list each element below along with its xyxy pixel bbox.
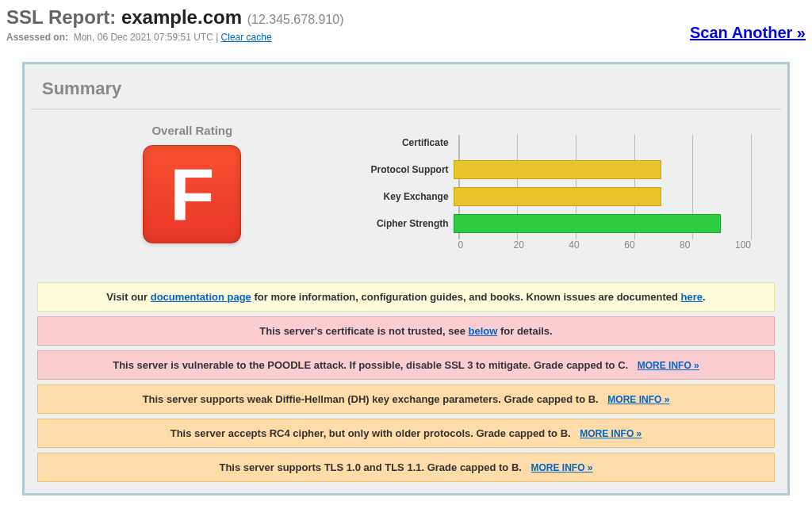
axis-tick: 40 — [569, 239, 624, 251]
banner-documentation: Visit our documentation page for more in… — [37, 282, 775, 312]
banner-dh: This server supports weak Diffie-Hellman… — [37, 385, 775, 414]
chart-row-protocol: Protocol Support — [347, 159, 775, 180]
chart-label: Key Exchange — [347, 191, 454, 202]
chart-bar — [454, 214, 722, 233]
more-info-link[interactable]: MORE INFO » — [638, 360, 699, 371]
more-info-link[interactable]: MORE INFO » — [531, 462, 593, 473]
assessed-label: Assessed on: — [6, 32, 68, 43]
chart-row-cipher: Cipher Strength — [347, 212, 775, 234]
clear-cache-link[interactable]: Clear cache — [221, 32, 272, 43]
summary-heading: Summary — [31, 71, 781, 109]
documentation-link[interactable]: documentation page — [151, 291, 251, 303]
report-domain: example.com — [121, 6, 242, 28]
summary-panel: Summary Overall Rating F — [22, 62, 790, 495]
assessed-line: Assessed on: Mon, 06 Dec 2021 07:59:51 U… — [6, 32, 344, 43]
report-ip: (12.345.678.910) — [247, 13, 344, 26]
axis-tick: 80 — [680, 239, 735, 251]
axis-tick: 20 — [513, 239, 569, 251]
more-info-link[interactable]: MORE INFO » — [607, 394, 669, 405]
title-prefix: SSL Report: — [6, 6, 121, 28]
more-info-link[interactable]: MORE INFO » — [580, 428, 642, 439]
banner-cert-not-trusted: This server's certificate is not trusted… — [37, 316, 775, 346]
chart-label: Protocol Support — [347, 164, 454, 175]
chart-label: Certificate — [347, 137, 454, 148]
assessed-timestamp: Mon, 06 Dec 2021 07:59:51 UTC — [74, 32, 213, 43]
chart-bar — [454, 187, 662, 206]
grade-letter: F — [170, 153, 214, 236]
grade-badge: F — [143, 145, 241, 243]
scan-another-link[interactable]: Scan Another » — [690, 24, 806, 42]
chart-x-axis: 0 20 40 60 80 100 — [458, 239, 751, 251]
banner-tls: This server supports TLS 1.0 and TLS 1.1… — [37, 453, 775, 482]
chart-row-keyexchange: Key Exchange — [347, 186, 775, 207]
axis-tick: 100 — [735, 239, 751, 251]
banner-poodle: This server is vulnerable to the POODLE … — [37, 350, 775, 380]
chart-row-certificate: Certificate — [347, 132, 775, 153]
axis-tick: 0 — [458, 239, 514, 251]
known-issues-link[interactable]: here — [681, 291, 703, 303]
page-title: SSL Report: example.com (12.345.678.910) — [6, 6, 344, 29]
overall-rating-label: Overall Rating — [37, 124, 347, 137]
axis-tick: 60 — [624, 239, 680, 251]
chart-label: Cipher Strength — [347, 218, 454, 229]
chart-bar — [454, 160, 662, 179]
below-link[interactable]: below — [469, 325, 498, 337]
banner-rc4: This server accepts RC4 cipher, but only… — [37, 419, 775, 448]
ratings-chart: Certificate Protocol Support Key Exchang… — [347, 124, 775, 258]
